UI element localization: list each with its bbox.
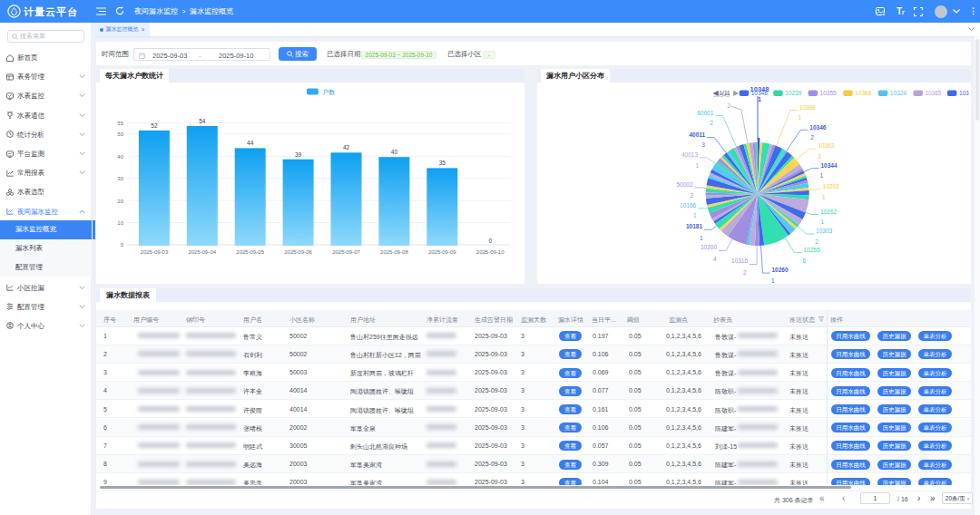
svg-text:4: 4 xyxy=(713,255,717,261)
svg-text:2025-09-05: 2025-09-05 xyxy=(236,249,264,255)
svg-text:10239: 10239 xyxy=(785,90,801,96)
svg-text:10365: 10365 xyxy=(925,90,941,96)
svg-text:42: 42 xyxy=(343,144,350,151)
svg-text:60001: 60001 xyxy=(697,109,713,115)
svg-text:35: 35 xyxy=(439,160,446,166)
svg-text:54: 54 xyxy=(199,118,206,124)
svg-text:2: 2 xyxy=(690,191,693,198)
svg-text:2: 2 xyxy=(815,238,818,245)
svg-text:1: 1 xyxy=(820,172,824,179)
svg-text:2: 2 xyxy=(810,134,814,141)
svg-text:10200: 10200 xyxy=(701,244,717,250)
svg-text:10368: 10368 xyxy=(855,90,871,96)
svg-text:10166: 10166 xyxy=(680,202,696,209)
svg-text:6: 6 xyxy=(803,257,807,263)
svg-text:1: 1 xyxy=(758,96,761,102)
svg-text:10260: 10260 xyxy=(772,267,789,273)
svg-text:2025-09-06: 2025-09-06 xyxy=(284,249,312,255)
svg-text:2025-09-08: 2025-09-08 xyxy=(380,249,408,255)
svg-text:2025-09-03: 2025-09-03 xyxy=(141,249,169,255)
svg-text:1: 1 xyxy=(771,277,775,282)
svg-text:10303: 10303 xyxy=(816,228,832,234)
svg-text:2: 2 xyxy=(727,102,730,109)
svg-text:40: 40 xyxy=(391,149,398,155)
svg-text:20: 20 xyxy=(117,199,123,204)
svg-text:50002: 50002 xyxy=(676,181,692,188)
svg-text:10262: 10262 xyxy=(820,208,837,214)
svg-text:3: 3 xyxy=(701,141,705,148)
svg-text:0: 0 xyxy=(488,238,492,244)
svg-text:2025-09-04: 2025-09-04 xyxy=(188,249,216,255)
svg-text:10368: 10368 xyxy=(799,103,816,110)
svg-text:1/11: 1/11 xyxy=(720,90,731,96)
svg-text:3: 3 xyxy=(818,153,821,160)
svg-text:10355: 10355 xyxy=(820,90,837,96)
svg-text:40013: 40013 xyxy=(681,151,698,158)
svg-text:1: 1 xyxy=(700,234,703,240)
svg-text:▶: ▶ xyxy=(733,89,740,97)
svg-text:52: 52 xyxy=(151,122,158,129)
svg-text:0: 0 xyxy=(121,242,124,248)
svg-text:2025-09-09: 2025-09-09 xyxy=(428,249,456,255)
svg-text:40: 40 xyxy=(117,154,123,160)
svg-text:1: 1 xyxy=(822,193,826,199)
svg-text:2025-09-07: 2025-09-07 xyxy=(332,249,360,255)
svg-text:2025-09-10: 2025-09-10 xyxy=(476,249,505,255)
svg-text:1: 1 xyxy=(695,161,699,168)
svg-text:10348: 10348 xyxy=(751,90,768,96)
svg-text:44: 44 xyxy=(247,140,254,146)
svg-text:1: 1 xyxy=(693,212,697,219)
svg-text:10316: 10316 xyxy=(731,258,748,264)
svg-text:1: 1 xyxy=(821,219,825,225)
svg-text:10363: 10363 xyxy=(818,142,834,149)
svg-text:10202: 10202 xyxy=(823,182,839,189)
svg-text:10255: 10255 xyxy=(804,246,820,252)
svg-text:10346: 10346 xyxy=(809,123,826,130)
svg-text:10344: 10344 xyxy=(821,161,838,168)
svg-text:10: 10 xyxy=(117,220,123,226)
svg-text:40011: 40011 xyxy=(689,131,705,137)
svg-text:55: 55 xyxy=(117,121,123,126)
svg-text:30: 30 xyxy=(117,176,123,181)
svg-text:1: 1 xyxy=(799,114,802,121)
svg-text:10181: 10181 xyxy=(686,223,702,229)
svg-text:103: 103 xyxy=(959,90,969,96)
svg-text:2: 2 xyxy=(743,268,747,275)
svg-text:50: 50 xyxy=(117,131,123,137)
svg-text:2: 2 xyxy=(710,120,713,126)
svg-text:户数: 户数 xyxy=(322,89,336,95)
svg-text:39: 39 xyxy=(295,151,302,158)
svg-text:10324: 10324 xyxy=(890,90,906,96)
